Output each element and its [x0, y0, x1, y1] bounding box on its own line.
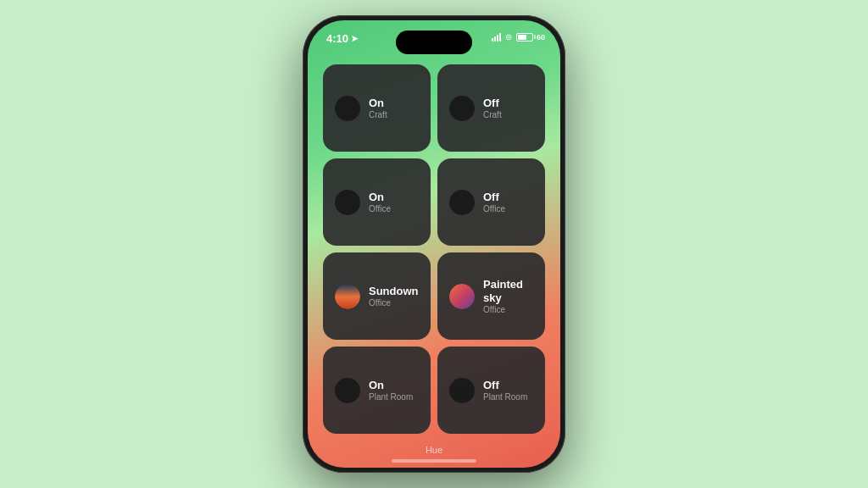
status-time-group: 4:10 ➤: [326, 32, 358, 45]
time-display: 4:10: [326, 32, 348, 45]
widget-subtitle-sundown: Office: [369, 298, 419, 308]
battery-body: [516, 33, 533, 42]
wifi-icon: ⊜: [505, 32, 512, 42]
nav-indicator: [392, 459, 476, 463]
power-on-icon: [341, 102, 354, 115]
widget-title-on-plant: On: [369, 379, 413, 392]
widget-subtitle-off-plant: Plant Room: [483, 392, 527, 402]
widget-off-plant[interactable]: Off Plant Room: [437, 347, 545, 434]
widget-text-off-craft: Off Craft: [483, 97, 502, 120]
power-on-icon-office: [341, 196, 354, 209]
widget-title-painted: Painted sky: [483, 278, 533, 304]
widget-icon-painted: [449, 284, 475, 309]
widget-text-on-office: On Office: [369, 191, 391, 214]
widget-row-plant: On Plant Room Off Plant Room: [323, 347, 545, 434]
widget-off-craft[interactable]: Off Craft: [437, 64, 545, 152]
battery-label: 60: [537, 33, 545, 42]
signal-icon: [492, 33, 501, 42]
widget-text-on-plant: On Plant Room: [369, 379, 413, 402]
widget-icon-on-office: [335, 190, 360, 215]
phone-screen: 4:10 ➤ ⊜ 60: [308, 20, 560, 468]
status-right-icons: ⊜ 60: [492, 32, 545, 42]
widget-text-on-craft: On Craft: [369, 97, 387, 120]
widget-title-off-plant: Off: [483, 379, 527, 392]
widget-title-sundown: Sundown: [369, 285, 419, 298]
widget-text-sundown: Sundown Office: [369, 285, 419, 308]
widget-text-off-plant: Off Plant Room: [483, 379, 527, 402]
widget-subtitle-on-office: Office: [369, 204, 391, 214]
phone-outer: 4:10 ➤ ⊜ 60: [303, 15, 565, 473]
widget-subtitle-on-craft: Craft: [369, 110, 387, 119]
widget-on-plant[interactable]: On Plant Room: [323, 347, 431, 434]
widget-sundown-office[interactable]: Sundown Office: [323, 252, 431, 340]
widget-icon-off-plant: [449, 378, 475, 403]
battery-fill: [518, 35, 526, 40]
widget-on-craft[interactable]: On Craft: [323, 64, 431, 152]
sundown-scene-icon: [335, 284, 360, 309]
widget-text-off-office: Off Office: [483, 191, 505, 214]
widget-row-scenes: Sundown Office Painted sky Office: [323, 252, 545, 340]
status-bar: 4:10 ➤ ⊜ 60: [308, 20, 560, 63]
widget-icon-on-craft: [335, 96, 360, 121]
battery-tip: [534, 35, 536, 39]
widget-painted-office[interactable]: Painted sky Office: [437, 252, 545, 340]
widget-row-office: On Office Off Office: [323, 158, 545, 246]
widget-text-painted: Painted sky Office: [483, 278, 533, 314]
widget-title-on-office: On: [369, 191, 391, 204]
widget-icon-off-craft: [449, 96, 475, 121]
painted-scene-icon: [449, 284, 475, 309]
power-off-icon: [455, 102, 469, 115]
battery-icon: 60: [516, 33, 545, 42]
power-off-icon-plant: [455, 384, 469, 397]
widget-row-craft: On Craft Off Craft: [323, 64, 545, 152]
widget-subtitle-off-office: Office: [483, 204, 505, 214]
widget-title-on-craft: On: [369, 97, 387, 110]
widget-title-off-craft: Off: [483, 97, 502, 110]
widget-icon-sundown: [335, 284, 360, 309]
widget-container: On Craft Off Craft: [323, 64, 545, 434]
power-off-icon-office: [455, 196, 469, 209]
bottom-app-label: Hue: [426, 445, 442, 455]
widget-off-office[interactable]: Off Office: [437, 158, 545, 246]
power-on-icon-plant: [341, 384, 354, 397]
widget-subtitle-off-craft: Craft: [483, 110, 502, 119]
location-arrow-icon: ➤: [351, 34, 358, 43]
widget-title-off-office: Off: [483, 191, 505, 204]
widget-subtitle-on-plant: Plant Room: [369, 392, 413, 402]
widget-icon-off-office: [449, 190, 475, 215]
widget-subtitle-painted: Office: [483, 305, 533, 314]
widget-on-office[interactable]: On Office: [323, 158, 431, 246]
widget-icon-on-plant: [335, 378, 360, 403]
